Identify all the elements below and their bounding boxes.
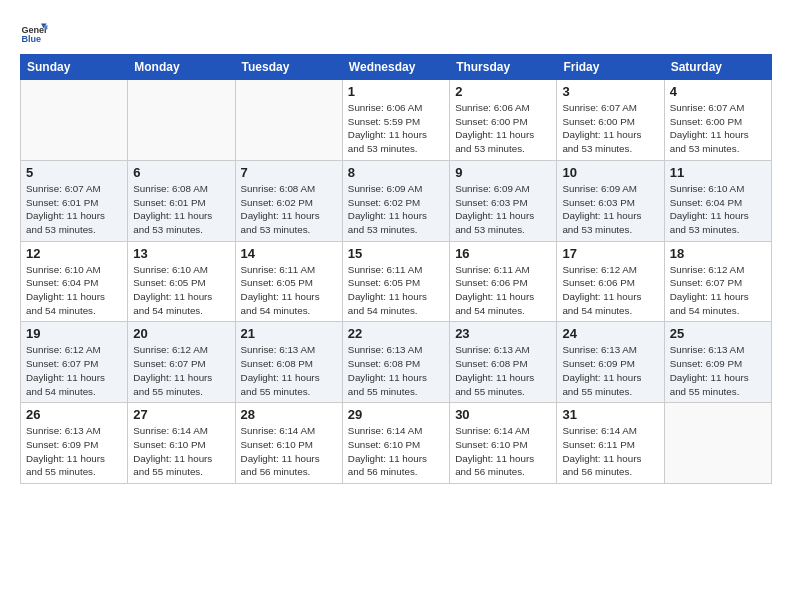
sunrise-text: Sunrise: 6:14 AM [455,425,530,436]
daylight-text: Daylight: 11 hours and 53 minutes. [133,210,212,235]
sunset-text: Sunset: 6:03 PM [562,197,634,208]
day-info: Sunrise: 6:12 AM Sunset: 6:07 PM Dayligh… [26,343,122,398]
sunrise-text: Sunrise: 6:10 AM [26,264,101,275]
sunset-text: Sunset: 6:07 PM [26,358,98,369]
sunset-text: Sunset: 6:08 PM [241,358,313,369]
sunrise-text: Sunrise: 6:13 AM [241,344,316,355]
sunrise-text: Sunrise: 6:12 AM [133,344,208,355]
day-number: 15 [348,246,444,261]
calendar-day-cell: 1 Sunrise: 6:06 AM Sunset: 5:59 PM Dayli… [342,80,449,161]
calendar-day-cell: 24 Sunrise: 6:13 AM Sunset: 6:09 PM Dayl… [557,322,664,403]
day-info: Sunrise: 6:09 AM Sunset: 6:02 PM Dayligh… [348,182,444,237]
calendar-week-5: 26 Sunrise: 6:13 AM Sunset: 6:09 PM Dayl… [21,403,772,484]
day-number: 2 [455,84,551,99]
day-number: 11 [670,165,766,180]
calendar-day-cell: 8 Sunrise: 6:09 AM Sunset: 6:02 PM Dayli… [342,160,449,241]
calendar-day-cell: 16 Sunrise: 6:11 AM Sunset: 6:06 PM Dayl… [450,241,557,322]
sunrise-text: Sunrise: 6:11 AM [348,264,423,275]
sunrise-text: Sunrise: 6:14 AM [348,425,423,436]
day-number: 30 [455,407,551,422]
calendar-day-cell: 29 Sunrise: 6:14 AM Sunset: 6:10 PM Dayl… [342,403,449,484]
calendar-day-cell: 30 Sunrise: 6:14 AM Sunset: 6:10 PM Dayl… [450,403,557,484]
daylight-text: Daylight: 11 hours and 56 minutes. [241,453,320,478]
day-info: Sunrise: 6:07 AM Sunset: 6:00 PM Dayligh… [670,101,766,156]
daylight-text: Daylight: 11 hours and 54 minutes. [26,372,105,397]
weekday-header-friday: Friday [557,55,664,80]
sunrise-text: Sunrise: 6:10 AM [133,264,208,275]
day-info: Sunrise: 6:07 AM Sunset: 6:01 PM Dayligh… [26,182,122,237]
svg-text:Blue: Blue [21,34,41,44]
sunset-text: Sunset: 6:07 PM [133,358,205,369]
day-info: Sunrise: 6:12 AM Sunset: 6:07 PM Dayligh… [133,343,229,398]
day-number: 6 [133,165,229,180]
calendar-day-cell: 11 Sunrise: 6:10 AM Sunset: 6:04 PM Dayl… [664,160,771,241]
day-info: Sunrise: 6:12 AM Sunset: 6:07 PM Dayligh… [670,263,766,318]
sunrise-text: Sunrise: 6:14 AM [241,425,316,436]
sunset-text: Sunset: 6:06 PM [455,277,527,288]
day-number: 18 [670,246,766,261]
daylight-text: Daylight: 11 hours and 54 minutes. [26,291,105,316]
daylight-text: Daylight: 11 hours and 55 minutes. [455,372,534,397]
day-number: 17 [562,246,658,261]
calendar-day-cell: 13 Sunrise: 6:10 AM Sunset: 6:05 PM Dayl… [128,241,235,322]
sunset-text: Sunset: 6:10 PM [348,439,420,450]
daylight-text: Daylight: 11 hours and 53 minutes. [455,210,534,235]
daylight-text: Daylight: 11 hours and 53 minutes. [670,129,749,154]
sunset-text: Sunset: 6:01 PM [26,197,98,208]
daylight-text: Daylight: 11 hours and 53 minutes. [562,129,641,154]
calendar-day-cell: 21 Sunrise: 6:13 AM Sunset: 6:08 PM Dayl… [235,322,342,403]
day-info: Sunrise: 6:13 AM Sunset: 6:09 PM Dayligh… [562,343,658,398]
daylight-text: Daylight: 11 hours and 53 minutes. [348,210,427,235]
calendar-day-cell: 20 Sunrise: 6:12 AM Sunset: 6:07 PM Dayl… [128,322,235,403]
daylight-text: Daylight: 11 hours and 55 minutes. [26,453,105,478]
day-number: 5 [26,165,122,180]
day-number: 7 [241,165,337,180]
calendar-day-cell: 4 Sunrise: 6:07 AM Sunset: 6:00 PM Dayli… [664,80,771,161]
day-number: 29 [348,407,444,422]
sunrise-text: Sunrise: 6:09 AM [562,183,637,194]
daylight-text: Daylight: 11 hours and 53 minutes. [241,210,320,235]
calendar-day-cell: 7 Sunrise: 6:08 AM Sunset: 6:02 PM Dayli… [235,160,342,241]
calendar-week-1: 1 Sunrise: 6:06 AM Sunset: 5:59 PM Dayli… [21,80,772,161]
day-info: Sunrise: 6:08 AM Sunset: 6:01 PM Dayligh… [133,182,229,237]
calendar-day-cell: 3 Sunrise: 6:07 AM Sunset: 6:00 PM Dayli… [557,80,664,161]
logo-icon: General Blue [20,20,48,48]
daylight-text: Daylight: 11 hours and 54 minutes. [670,291,749,316]
sunrise-text: Sunrise: 6:06 AM [348,102,423,113]
sunset-text: Sunset: 6:00 PM [562,116,634,127]
daylight-text: Daylight: 11 hours and 53 minutes. [455,129,534,154]
sunset-text: Sunset: 6:10 PM [455,439,527,450]
calendar-day-cell: 9 Sunrise: 6:09 AM Sunset: 6:03 PM Dayli… [450,160,557,241]
calendar-day-cell: 23 Sunrise: 6:13 AM Sunset: 6:08 PM Dayl… [450,322,557,403]
sunrise-text: Sunrise: 6:08 AM [133,183,208,194]
sunset-text: Sunset: 6:01 PM [133,197,205,208]
sunrise-text: Sunrise: 6:12 AM [562,264,637,275]
day-info: Sunrise: 6:14 AM Sunset: 6:10 PM Dayligh… [348,424,444,479]
page-header: General Blue [20,20,772,48]
sunrise-text: Sunrise: 6:13 AM [562,344,637,355]
sunset-text: Sunset: 6:02 PM [348,197,420,208]
sunset-text: Sunset: 6:02 PM [241,197,313,208]
sunrise-text: Sunrise: 6:07 AM [26,183,101,194]
day-info: Sunrise: 6:10 AM Sunset: 6:04 PM Dayligh… [26,263,122,318]
day-number: 13 [133,246,229,261]
sunset-text: Sunset: 6:08 PM [455,358,527,369]
calendar-day-cell: 27 Sunrise: 6:14 AM Sunset: 6:10 PM Dayl… [128,403,235,484]
day-number: 23 [455,326,551,341]
calendar-day-cell: 19 Sunrise: 6:12 AM Sunset: 6:07 PM Dayl… [21,322,128,403]
sunrise-text: Sunrise: 6:11 AM [455,264,530,275]
sunset-text: Sunset: 6:04 PM [670,197,742,208]
day-info: Sunrise: 6:11 AM Sunset: 6:05 PM Dayligh… [241,263,337,318]
calendar-day-cell [664,403,771,484]
day-number: 31 [562,407,658,422]
day-info: Sunrise: 6:09 AM Sunset: 6:03 PM Dayligh… [455,182,551,237]
daylight-text: Daylight: 11 hours and 56 minutes. [348,453,427,478]
sunset-text: Sunset: 6:03 PM [455,197,527,208]
day-number: 14 [241,246,337,261]
calendar-day-cell: 18 Sunrise: 6:12 AM Sunset: 6:07 PM Dayl… [664,241,771,322]
weekday-header-saturday: Saturday [664,55,771,80]
sunset-text: Sunset: 6:06 PM [562,277,634,288]
day-info: Sunrise: 6:14 AM Sunset: 6:10 PM Dayligh… [241,424,337,479]
sunset-text: Sunset: 6:05 PM [241,277,313,288]
sunset-text: Sunset: 6:00 PM [670,116,742,127]
